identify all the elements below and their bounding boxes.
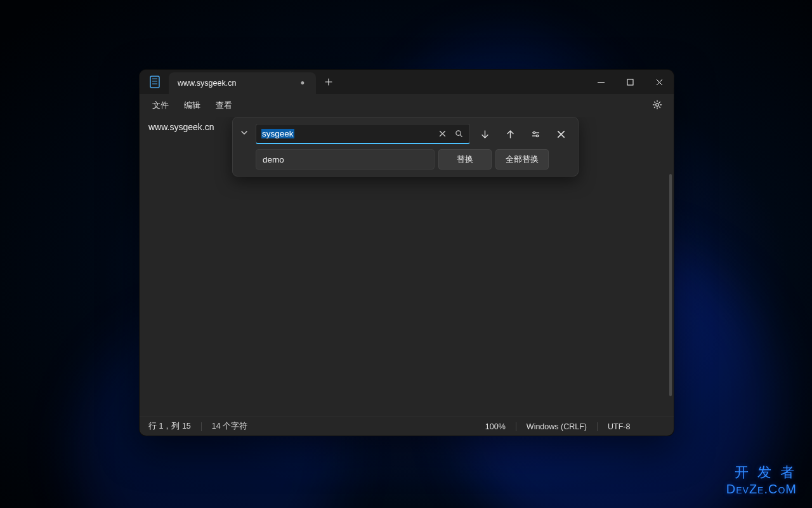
replace-input[interactable]: demo xyxy=(256,149,435,170)
svg-rect-0 xyxy=(150,76,159,88)
svg-point-12 xyxy=(536,135,538,137)
find-options-button[interactable] xyxy=(525,124,546,144)
find-next-button[interactable] xyxy=(474,124,495,144)
replace-button[interactable]: 替换 xyxy=(438,149,492,170)
svg-point-11 xyxy=(533,131,535,133)
clear-search-button[interactable] xyxy=(434,126,450,142)
arrow-down-icon xyxy=(480,130,490,139)
watermark: 开 发 者 DevZe.CoM xyxy=(726,463,797,497)
statusbar-divider xyxy=(201,422,202,431)
status-cursor-position[interactable]: 行 1，列 15 xyxy=(148,421,191,432)
app-icon xyxy=(148,76,161,88)
menu-file[interactable]: 文件 xyxy=(145,96,176,115)
find-previous-button[interactable] xyxy=(499,124,521,144)
collapse-toggle[interactable] xyxy=(237,124,252,170)
close-button[interactable] xyxy=(645,70,674,94)
titlebar: www.sysgeek.cn • xyxy=(140,70,674,94)
editor-content: www.sysgeek.cn xyxy=(148,122,214,132)
tab-title: www.sysgeek.cn xyxy=(178,79,297,88)
svg-rect-5 xyxy=(627,79,633,85)
find-replace-panel: sysgeek xyxy=(232,117,579,177)
menu-view[interactable]: 查看 xyxy=(208,96,240,115)
new-tab-button[interactable] xyxy=(318,72,339,92)
status-line-ending[interactable]: Windows (CRLF) xyxy=(527,422,587,431)
chevron-down-icon xyxy=(240,129,248,137)
status-char-count[interactable]: 14 个字符 xyxy=(212,421,247,432)
close-find-panel-button[interactable] xyxy=(550,124,572,144)
search-input-value: sysgeek xyxy=(261,129,434,138)
menu-edit[interactable]: 编辑 xyxy=(176,96,208,115)
svg-line-8 xyxy=(460,135,462,137)
menubar: 文件 编辑 查看 xyxy=(140,94,674,117)
search-icon xyxy=(455,130,463,138)
sliders-icon xyxy=(531,130,540,139)
maximize-button[interactable] xyxy=(615,70,645,94)
minimize-button[interactable] xyxy=(586,70,615,94)
svg-point-7 xyxy=(455,131,460,135)
notepad-window: www.sysgeek.cn • 文件 编辑 查看 www.sysgeek.cn xyxy=(140,70,674,436)
search-submit-button[interactable] xyxy=(450,126,467,142)
document-tab[interactable]: www.sysgeek.cn • xyxy=(169,72,316,94)
gear-icon xyxy=(652,100,662,110)
status-encoding[interactable]: UTF-8 xyxy=(608,422,665,431)
search-input[interactable]: sysgeek xyxy=(256,124,470,144)
arrow-up-icon xyxy=(506,130,515,139)
statusbar-divider xyxy=(516,422,516,431)
statusbar-divider xyxy=(597,422,598,431)
svg-point-6 xyxy=(656,103,659,106)
statusbar: 行 1，列 15 14 个字符 100% Windows (CRLF) UTF-… xyxy=(140,417,674,436)
close-icon xyxy=(438,130,447,138)
settings-button[interactable] xyxy=(646,96,669,116)
replace-all-button[interactable]: 全部替换 xyxy=(495,149,549,170)
replace-input-value: demo xyxy=(263,155,284,164)
watermark-line2: DevZe.CoM xyxy=(726,482,797,497)
window-controls xyxy=(586,70,674,94)
scrollbar[interactable] xyxy=(669,174,672,396)
close-icon xyxy=(556,130,566,139)
editor-area[interactable]: www.sysgeek.cn sysgeek xyxy=(140,117,674,417)
watermark-line1: 开 发 者 xyxy=(726,463,797,482)
tab-modified-indicator-icon: • xyxy=(301,77,304,89)
status-zoom[interactable]: 100% xyxy=(485,422,506,431)
